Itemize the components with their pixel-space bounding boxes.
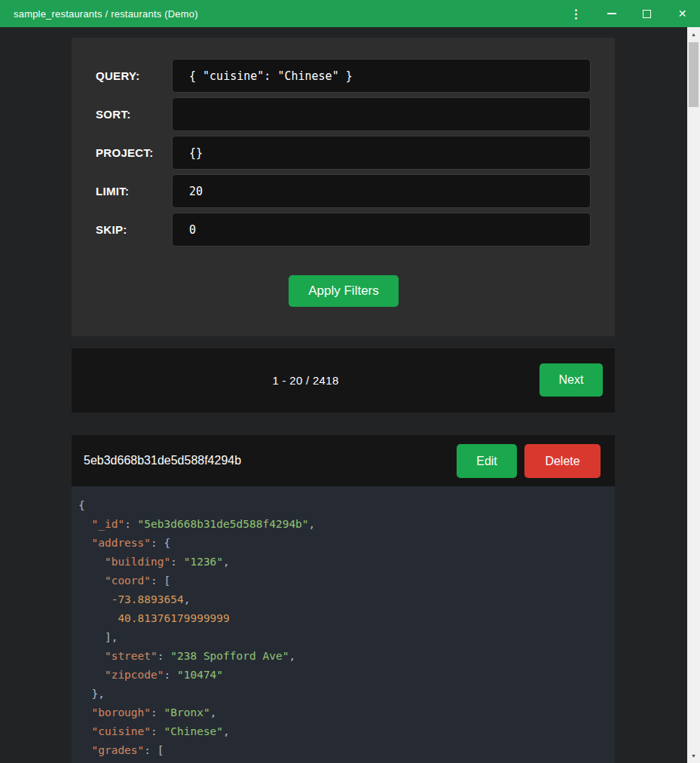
maximize-icon xyxy=(643,10,651,18)
filter-row-limit: LIMIT: xyxy=(72,174,615,208)
json-line: "grades": [ xyxy=(78,741,607,760)
pagination-range-wrap: 1 - 20 / 2418 xyxy=(72,348,540,412)
minimize-button[interactable] xyxy=(594,0,629,27)
limit-input[interactable] xyxy=(172,174,591,208)
window-title: sample_restaurants / restaurants (Demo) xyxy=(0,8,198,20)
maximize-button[interactable] xyxy=(629,0,665,27)
json-line: "building": "1236", xyxy=(78,553,607,571)
next-page-button[interactable]: Next xyxy=(540,363,603,397)
json-line: "address": { xyxy=(78,534,607,553)
query-input[interactable] xyxy=(172,59,591,93)
window-controls: ⋮ ✕ xyxy=(558,0,700,27)
menu-icon[interactable]: ⋮ xyxy=(558,0,594,27)
sort-label: SORT: xyxy=(96,97,131,131)
filter-row-skip: SKIP: xyxy=(72,213,615,247)
titlebar: sample_restaurants / restaurants (Demo) … xyxy=(0,0,700,27)
minimize-icon xyxy=(607,13,616,14)
skip-label: SKIP: xyxy=(96,213,127,247)
json-line: }, xyxy=(78,685,607,703)
json-view: { "_id": "5eb3d668b31de5d588f4294b", "ad… xyxy=(72,486,615,763)
json-line: "_id": "5eb3d668b31de5d588f4294b", xyxy=(78,515,607,534)
pagination-bar: 1 - 20 / 2418 Next xyxy=(72,348,615,412)
json-line: "borough": "Bronx", xyxy=(78,703,607,722)
apply-filters-button[interactable]: Apply Filters xyxy=(289,275,399,307)
filter-row-project: PROJECT: xyxy=(72,136,615,170)
vertical-scrollbar[interactable]: ▲ ▼ xyxy=(687,27,700,763)
json-line: "cuisine": "Chinese", xyxy=(78,722,607,741)
json-line: 40.81376179999999 xyxy=(78,609,607,628)
json-line: "street": "238 Spofford Ave", xyxy=(78,647,607,666)
close-button[interactable]: ✕ xyxy=(665,0,700,27)
sort-input[interactable] xyxy=(172,97,591,131)
project-input[interactable] xyxy=(172,136,591,170)
project-label: PROJECT: xyxy=(96,136,154,170)
scrollbar-thumb[interactable] xyxy=(689,42,698,107)
json-line: -73.8893654, xyxy=(78,590,607,609)
json-line: "zipcode": "10474" xyxy=(78,666,607,685)
edit-button[interactable]: Edit xyxy=(457,444,517,478)
json-line: "coord": [ xyxy=(78,571,607,590)
delete-button[interactable]: Delete xyxy=(524,444,601,478)
limit-label: LIMIT: xyxy=(96,174,129,208)
document-header: 5eb3d668b31de5d588f4294b Edit Delete xyxy=(72,435,615,486)
json-line: { xyxy=(78,496,607,515)
filter-row-query: QUERY: xyxy=(72,59,615,93)
scroll-down-icon[interactable]: ▼ xyxy=(687,749,700,762)
filter-row-sort: SORT: xyxy=(72,97,615,131)
filter-panel: QUERY: SORT: PROJECT: LIMIT: SKIP: Apply… xyxy=(72,38,615,336)
scroll-up-icon[interactable]: ▲ xyxy=(687,28,700,41)
json-line: ], xyxy=(78,628,607,647)
document-id: 5eb3d668b31de5d588f4294b xyxy=(84,435,241,486)
query-label: QUERY: xyxy=(96,59,139,93)
pagination-range: 1 - 20 / 2418 xyxy=(272,374,338,387)
skip-input[interactable] xyxy=(172,213,591,247)
